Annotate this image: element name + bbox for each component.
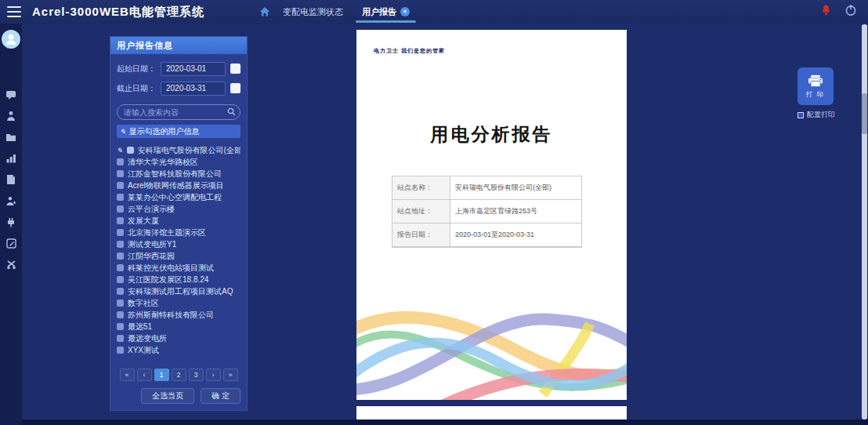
home-icon[interactable]	[256, 3, 273, 20]
calendar-icon[interactable]	[230, 83, 241, 93]
scrollbar-thumb[interactable]	[862, 93, 867, 134]
report-info-table: 站点名称： 安科瑞电气股份有限公司(全部) 站点地址： 上海市嘉定区育绿路253…	[392, 176, 582, 248]
select-all-button[interactable]: 全选当页	[141, 388, 194, 404]
print-button[interactable]: 打 印	[797, 67, 834, 105]
tree-item[interactable]: ✎ 最远变电所	[117, 332, 241, 344]
message-icon[interactable]	[5, 89, 17, 100]
tree-item-checkbox[interactable]	[117, 182, 124, 189]
tree-item-label: 云平台演示楼	[128, 204, 175, 215]
tree-item[interactable]: ✎ XYX测试	[117, 344, 241, 356]
calendar-icon[interactable]	[230, 64, 241, 74]
pagination: « ‹ 1 2 3	[117, 369, 241, 381]
tree-item-checkbox[interactable]	[117, 323, 124, 330]
page-button[interactable]: 2	[172, 369, 186, 381]
end-date-row: 截止日期： 2020-03-31	[117, 78, 241, 98]
tree-item-checkbox[interactable]	[117, 300, 124, 307]
page-button[interactable]: 3	[189, 369, 204, 381]
tree-item-checkbox[interactable]	[117, 194, 124, 201]
end-date-input[interactable]: 2020-03-31	[161, 82, 226, 96]
start-date-label: 起始日期：	[117, 64, 161, 74]
info-row-label: 站点名称：	[392, 176, 450, 199]
user-avatar[interactable]	[2, 30, 20, 49]
tree-item[interactable]: ✎ 数字社区	[117, 297, 241, 309]
info-row-value: 2020-03-01至2020-03-31	[450, 223, 581, 246]
search-icon[interactable]	[227, 105, 236, 119]
tree-item-checkbox[interactable]	[117, 335, 124, 342]
tree-item[interactable]: ✎ 最远51	[117, 321, 241, 332]
tree-item-label: 清华大学光华路校区	[128, 157, 198, 168]
info-row-label: 站点地址：	[392, 200, 450, 223]
info-row: 站点名称： 安科瑞电气股份有限公司(全部)	[392, 176, 581, 200]
tree-item[interactable]: ✎ 测试变电所Y1	[117, 238, 241, 250]
tree-item-checkbox[interactable]	[117, 158, 124, 165]
page-button[interactable]: ‹	[137, 369, 152, 381]
top-navigation-bar: Acrel-3000WEB电能管理系统 变配电监测状态 用户报告 ×	[0, 0, 868, 24]
app-title: Acrel-3000WEB电能管理系统	[32, 5, 204, 20]
left-icon-sidebar	[0, 24, 22, 425]
tree-item[interactable]: ✎ 江阴华西花园	[117, 250, 241, 262]
person-alert-icon[interactable]	[5, 195, 17, 206]
tree-item-checkbox[interactable]	[117, 229, 124, 236]
tree-item-checkbox[interactable]	[117, 347, 124, 354]
tools-icon[interactable]	[5, 259, 17, 270]
tree-item-label: 某某办公中心空调配电工程	[128, 192, 222, 203]
panel-title: 用户报告信息	[110, 37, 247, 54]
document-icon[interactable]	[5, 174, 17, 185]
tree-item-label: 数字社区	[128, 298, 159, 309]
folder-icon[interactable]	[5, 132, 17, 143]
plug-icon[interactable]	[5, 216, 17, 227]
report-page-2	[356, 406, 627, 420]
tree-item[interactable]: ✎ 某某办公中心空调配电工程	[117, 191, 241, 203]
info-row-value: 安科瑞电气股份有限公司(全部)	[450, 176, 581, 199]
tab-user-report[interactable]: 用户报告 ×	[353, 0, 419, 24]
tree-item-checkbox[interactable]	[117, 288, 124, 295]
tree-item-checkbox[interactable]	[117, 205, 124, 212]
checkbox-icon[interactable]	[797, 112, 804, 118]
tree-item-label: 科莱控光伏电站项目测试	[128, 263, 214, 274]
tree-item-checkbox[interactable]	[117, 170, 124, 177]
tree-item[interactable]: ✎ 吴江医院发展区18.8.24	[117, 274, 241, 285]
user-report-filter-panel: 用户报告信息 起始日期： 2020-03-01 截止日期： 2020-03-31…	[110, 36, 248, 411]
energy-user-icon[interactable]	[5, 111, 17, 122]
tab-monitoring-status[interactable]: 变配电监测状态	[273, 0, 353, 24]
tree-item[interactable]: ✎ Acrel物联网传感器展示项目	[117, 180, 241, 191]
tree-item-checkbox[interactable]	[117, 241, 124, 248]
tree-item[interactable]: ✎ 发展大厦	[117, 215, 241, 227]
page-button[interactable]: 1	[154, 369, 169, 381]
vertical-scrollbar[interactable]	[862, 24, 867, 420]
panel-buttons: 全选当页 确 定	[117, 388, 241, 404]
alarm-bell-icon[interactable]	[820, 4, 832, 20]
power-icon[interactable]	[844, 4, 857, 20]
print-config-toggle[interactable]: 配置打印	[787, 110, 846, 120]
confirm-button[interactable]: 确 定	[201, 388, 241, 404]
tree-item-checkbox[interactable]	[117, 311, 124, 318]
tree-item[interactable]: ✎ 苏州斯耐特科技有限公司	[117, 309, 241, 321]
tree-item-checkbox[interactable]	[117, 264, 124, 271]
tree-item-checkbox[interactable]	[117, 252, 124, 260]
tree-item[interactable]: ✎ 科莱控光伏电站项目测试	[117, 262, 241, 274]
start-date-input[interactable]: 2020-03-01	[161, 62, 226, 76]
tree-item-label: 安科瑞测试用工程项目测试AQ	[128, 286, 233, 297]
tree-item[interactable]: ✎ 安科瑞测试用工程项目测试AQ	[117, 285, 241, 297]
selected-user-row[interactable]: ✎ 显示勾选的用户信息	[117, 125, 241, 138]
menu-icon[interactable]	[7, 6, 21, 17]
tree-item[interactable]: ✎ 安科瑞电气股份有限公司(全部)	[117, 144, 241, 156]
search-input[interactable]	[124, 108, 227, 117]
tree-item-label: 江阴华西花园	[128, 251, 175, 262]
page-button[interactable]: ›	[206, 369, 221, 381]
edit-icon[interactable]	[5, 238, 17, 249]
page-button[interactable]: »	[223, 369, 238, 381]
tree-item[interactable]: ✎ 江苏金智科技股份有限公司	[117, 168, 241, 180]
tree-item-checkbox[interactable]	[117, 276, 124, 283]
tree-item[interactable]: ✎ 云平台演示楼	[117, 203, 241, 215]
tree-item-checkbox[interactable]	[117, 217, 124, 224]
bar-chart-icon[interactable]	[5, 153, 17, 164]
tree-item[interactable]: ✎ 清华大学光华路校区	[117, 156, 241, 168]
tab-close-icon[interactable]: ×	[400, 7, 410, 16]
info-row: 站点地址： 上海市嘉定区育绿路253号	[392, 200, 581, 223]
printer-icon	[807, 74, 824, 88]
tree-item[interactable]: ✎ 北京海洋馆主题演示区	[117, 227, 241, 238]
tree-item-checkbox[interactable]	[127, 147, 134, 154]
tree-item-label: 最远变电所	[128, 333, 167, 344]
page-button[interactable]: «	[120, 369, 135, 381]
